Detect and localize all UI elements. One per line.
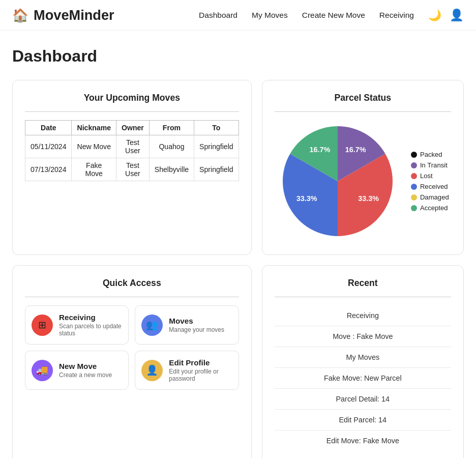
upcoming-moves-title: Your Upcoming Moves [25, 93, 239, 103]
legend-item-damaged: Damaged [411, 193, 449, 201]
dashboard-grid: Your Upcoming Moves DateNicknameOwnerFro… [12, 80, 464, 458]
main-nav: 🏠 MoveMinder DashboardMy MovesCreate New… [0, 0, 476, 31]
col-header-to: To [194, 121, 239, 135]
qa-item-title: Moves [169, 317, 224, 325]
table-cell: 07/13/2024 [25, 158, 72, 181]
recent-item[interactable]: Parcel Detail: 14 [275, 389, 451, 410]
nav-link-dashboard[interactable]: Dashboard [199, 11, 237, 20]
page-content: Dashboard Your Upcoming Moves DateNickna… [0, 31, 476, 458]
col-header-date: Date [25, 121, 72, 135]
recent-card: Recent ReceivingMove : Fake MoveMy Moves… [262, 265, 464, 458]
moves-table-body: 05/11/2024New MoveTest UserQuahogSpringf… [25, 135, 239, 181]
pie-label-received: 33.3% [296, 194, 317, 203]
table-cell: New Move [72, 135, 116, 158]
table-cell: Fake Move [72, 158, 116, 181]
quick-access-grid: ⊞ReceivingScan parcels to update status👥… [25, 305, 239, 390]
pie-label-in transit: 16.7% [345, 146, 366, 154]
pie-legend: PackedIn TransitLostReceivedDamagedAccep… [411, 151, 449, 212]
recent-item[interactable]: Move : Fake Move [275, 326, 451, 347]
nav-icons: 🌙 👤 [428, 8, 464, 22]
table-cell: Test User [116, 158, 149, 181]
col-header-nickname: Nickname [72, 121, 116, 135]
quick-access-item-edit-profile[interactable]: 👤Edit ProfileEdit your profile or passwo… [135, 351, 239, 390]
quick-access-card: Quick Access ⊞ReceivingScan parcels to u… [12, 265, 252, 458]
qa-item-subtitle: Edit your profile or password [169, 368, 232, 382]
table-cell: Springfield [194, 158, 239, 181]
legend-label: In Transit [420, 161, 448, 169]
pie-wrapper: 16.7%33.3%33.3%16.7% PackedIn TransitLos… [275, 120, 451, 242]
parcel-status-card: Parcel Status 16.7%33.3%33.3%16.7% Packe… [262, 80, 464, 255]
qa-text: Edit ProfileEdit your profile or passwor… [169, 358, 232, 382]
legend-label: Accepted [420, 204, 448, 212]
qa-item-title: Receiving [59, 313, 122, 322]
col-header-from: From [149, 121, 194, 135]
recent-item[interactable]: Edit Move: Fake Move [275, 431, 451, 451]
col-header-owner: Owner [116, 121, 149, 135]
moves-table: DateNicknameOwnerFromTo 05/11/2024New Mo… [25, 120, 239, 181]
nav-links: DashboardMy MovesCreate New MoveReceivin… [199, 11, 414, 20]
quick-access-item-receiving[interactable]: ⊞ReceivingScan parcels to update status [25, 305, 129, 345]
legend-item-lost: Lost [411, 172, 449, 180]
qa-icon: 👥 [141, 314, 163, 336]
legend-dot [411, 184, 417, 190]
qa-icon: ⊞ [32, 314, 53, 336]
recent-item[interactable]: Edit Parcel: 14 [275, 410, 451, 431]
moves-table-header: DateNicknameOwnerFromTo [25, 121, 239, 135]
user-profile-icon[interactable]: 👤 [450, 8, 464, 22]
page-title: Dashboard [12, 47, 464, 66]
legend-item-in-transit: In Transit [411, 161, 449, 169]
legend-item-received: Received [411, 183, 449, 190]
house-icon: 🏠 [12, 8, 28, 23]
quick-access-item-new-move[interactable]: 🚚New MoveCreate a new move [25, 351, 129, 390]
qa-icon: 👤 [141, 360, 163, 381]
legend-dot [411, 162, 417, 168]
legend-dot [411, 152, 417, 158]
dark-mode-icon[interactable]: 🌙 [428, 9, 441, 21]
qa-text: MovesManage your moves [169, 317, 224, 333]
legend-dot [411, 173, 417, 179]
upcoming-moves-card: Your Upcoming Moves DateNicknameOwnerFro… [12, 80, 252, 255]
legend-dot [411, 194, 417, 201]
app-name: MoveMinder [34, 7, 114, 23]
legend-item-accepted: Accepted [411, 204, 449, 212]
qa-item-subtitle: Manage your moves [169, 326, 224, 333]
legend-label: Lost [420, 172, 433, 180]
quick-access-title: Quick Access [25, 278, 239, 289]
qa-text: ReceivingScan parcels to update status [59, 313, 122, 337]
recent-item[interactable]: Receiving [275, 305, 451, 326]
table-cell: Shelbyville [149, 158, 194, 181]
pie-label-accepted: 16.7% [309, 146, 330, 154]
quick-access-item-moves[interactable]: 👥MovesManage your moves [135, 305, 239, 345]
pie-label-lost: 33.3% [358, 194, 379, 203]
qa-text: New MoveCreate a new move [59, 362, 112, 379]
qa-item-title: Edit Profile [169, 358, 232, 367]
legend-label: Received [420, 183, 448, 190]
recent-item[interactable]: Fake Move: New Parcel [275, 368, 451, 389]
qa-icon: 🚚 [32, 360, 53, 381]
nav-link-create-new-move[interactable]: Create New Move [302, 11, 365, 20]
table-cell: 05/11/2024 [25, 135, 72, 158]
table-cell: Quahog [149, 135, 194, 158]
qa-item-title: New Move [59, 362, 112, 370]
table-row: 05/11/2024New MoveTest UserQuahogSpringf… [25, 135, 239, 158]
recent-item[interactable]: My Moves [275, 347, 451, 368]
parcel-status-title: Parcel Status [275, 93, 451, 103]
legend-label: Damaged [420, 193, 449, 201]
nav-link-receiving[interactable]: Receiving [379, 11, 414, 20]
table-cell: Test User [116, 135, 149, 158]
app-logo: 🏠 MoveMinder [12, 7, 114, 23]
recent-list: ReceivingMove : Fake MoveMy MovesFake Mo… [275, 305, 451, 451]
legend-dot [411, 205, 417, 211]
pie-chart: 16.7%33.3%33.3%16.7% [277, 120, 399, 242]
recent-title: Recent [275, 278, 451, 289]
legend-item-packed: Packed [411, 151, 449, 158]
qa-item-subtitle: Create a new move [59, 371, 112, 379]
qa-item-subtitle: Scan parcels to update status [59, 323, 122, 337]
nav-link-my-moves[interactable]: My Moves [252, 11, 288, 20]
table-cell: Springfield [194, 135, 239, 158]
legend-label: Packed [420, 151, 442, 158]
table-row: 07/13/2024Fake MoveTest UserShelbyvilleS… [25, 158, 239, 181]
